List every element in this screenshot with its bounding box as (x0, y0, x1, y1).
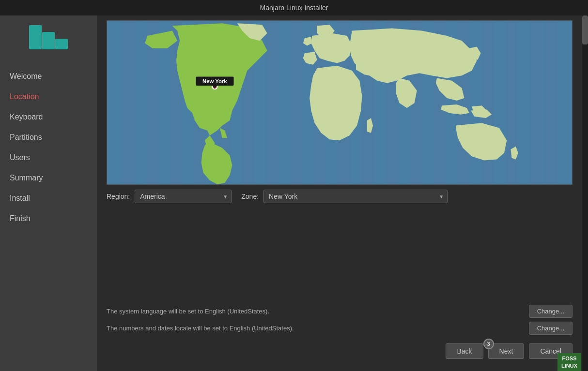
title-bar: Manjaro Linux Installer (0, 0, 588, 15)
app-title: Manjaro Linux Installer (260, 4, 328, 12)
language-change-button[interactable]: Change... (529, 305, 573, 318)
sidebar: Welcome Location Keyboard Partitions Use… (0, 15, 97, 371)
region-field-group: Region: America Europe Asia Africa Pacif… (107, 190, 232, 203)
world-map-container[interactable]: New York (107, 20, 573, 185)
locale-info-text: The numbers and dates locale will be set… (107, 325, 294, 332)
sidebar-item-summary[interactable]: Summary (0, 168, 97, 188)
content-area: New York Region: America Europe Asia Afr… (97, 15, 582, 371)
next-button-wrapper: 3 Next (488, 343, 525, 359)
zone-select[interactable]: New York Los Angeles Chicago Denver (263, 190, 448, 203)
svg-rect-10 (266, 21, 279, 184)
back-button[interactable]: Back (446, 343, 483, 359)
svg-rect-11 (290, 21, 302, 184)
scrollbar[interactable] (582, 15, 588, 371)
svg-rect-22 (545, 21, 557, 184)
sidebar-item-users[interactable]: Users (0, 148, 97, 168)
svg-rect-21 (530, 21, 542, 184)
svg-rect-4 (123, 21, 135, 184)
sidebar-item-welcome[interactable]: Welcome (0, 66, 97, 87)
language-info-row: The system language will be set to Engli… (107, 305, 573, 318)
foss-linux-watermark: FOSSLINUX (557, 353, 581, 371)
svg-rect-1 (42, 32, 55, 49)
scrollbar-thumb[interactable] (582, 15, 588, 45)
sidebar-item-location[interactable]: Location (0, 87, 97, 107)
step-badge: 3 (483, 339, 494, 349)
region-select[interactable]: America Europe Asia Africa Pacific (135, 190, 232, 203)
bottom-info: The system language will be set to Engli… (107, 203, 573, 366)
zone-field-group: Zone: New York Los Angeles Chicago Denve… (241, 190, 448, 203)
manjaro-logo (29, 25, 68, 57)
zone-select-wrapper[interactable]: New York Los Angeles Chicago Denver (263, 190, 448, 203)
svg-text:New York: New York (202, 78, 227, 84)
svg-rect-2 (55, 39, 68, 49)
region-label: Region: (107, 193, 130, 200)
nav-buttons: Back 3 Next Cancel (107, 339, 573, 361)
locale-info-row: The numbers and dates locale will be set… (107, 322, 573, 335)
locale-change-button[interactable]: Change... (529, 322, 573, 335)
sidebar-item-finish[interactable]: Finish (0, 208, 97, 229)
sidebar-item-keyboard[interactable]: Keyboard (0, 107, 97, 127)
sidebar-item-install[interactable]: Install (0, 188, 97, 208)
region-zone-row: Region: America Europe Asia Africa Pacif… (107, 190, 573, 203)
world-map-svg: New York (107, 21, 572, 184)
svg-rect-0 (29, 25, 42, 49)
sidebar-item-partitions[interactable]: Partitions (0, 127, 97, 148)
svg-rect-20 (506, 21, 518, 184)
zone-label: Zone: (241, 193, 259, 200)
region-select-wrapper[interactable]: America Europe Asia Africa Pacific (135, 190, 232, 203)
language-info-text: The system language will be set to Engli… (107, 308, 269, 315)
